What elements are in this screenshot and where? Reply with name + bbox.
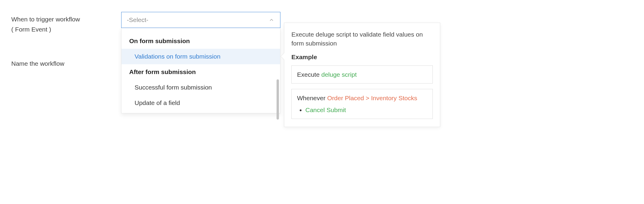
trigger-select[interactable]: -Select- — [121, 12, 280, 28]
dropdown-group-on-form-submission: On form submission — [121, 33, 280, 49]
example2-bullet: Cancel Submit — [305, 105, 427, 115]
info-panel: Execute deluge script to validate field … — [284, 23, 440, 127]
example1-link: deluge script — [321, 71, 357, 78]
example-box-1: Execute deluge script — [291, 65, 433, 84]
info-example-label: Example — [291, 54, 433, 61]
name-workflow-label: Name the workflow — [11, 59, 121, 69]
dropdown-item-successful-submission[interactable]: Successful form submission — [121, 80, 280, 95]
example2-condition: Order Placed > Inventory Stocks — [327, 95, 417, 101]
example-box-2: Whenever Order Placed > Inventory Stocks… — [291, 89, 433, 119]
dropdown-group-after-form-submission: After form submission — [121, 64, 280, 80]
chevron-up-icon — [269, 17, 274, 23]
trigger-label-line1: When to trigger workflow — [11, 16, 80, 23]
example1-prefix: Execute — [297, 71, 321, 78]
dropdown-item-update-field[interactable]: Update of a field — [121, 95, 280, 111]
select-placeholder: -Select- — [127, 16, 148, 23]
info-desc: Execute deluge script to validate field … — [291, 30, 433, 48]
trigger-dropdown: On form submission Validations on form s… — [121, 28, 280, 113]
dropdown-scrollbar[interactable] — [277, 79, 279, 120]
trigger-label: When to trigger workflow ( Form Event ) … — [11, 12, 121, 69]
trigger-label-line2: ( Form Event ) — [11, 24, 121, 34]
example2-prefix: Whenever — [297, 95, 327, 101]
dropdown-item-validations[interactable]: Validations on form submission — [121, 49, 280, 64]
